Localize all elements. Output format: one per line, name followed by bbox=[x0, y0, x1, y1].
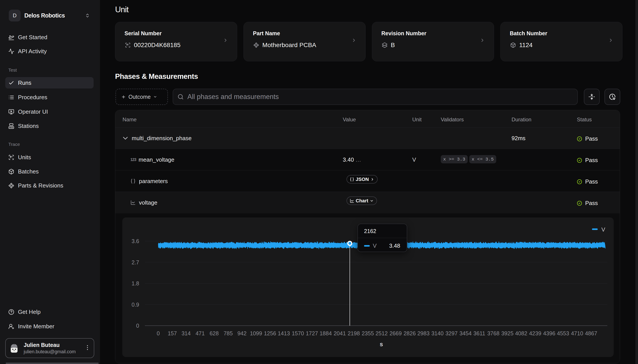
svg-text:1570: 1570 bbox=[292, 330, 304, 336]
svg-text:4710: 4710 bbox=[571, 330, 583, 336]
svg-text:4239: 4239 bbox=[529, 330, 541, 336]
svg-text:3.6: 3.6 bbox=[132, 238, 139, 244]
svg-text:0: 0 bbox=[157, 330, 160, 336]
svg-text:V: V bbox=[601, 226, 605, 233]
svg-text:3454: 3454 bbox=[459, 330, 472, 336]
svg-text:2355: 2355 bbox=[362, 330, 374, 336]
svg-text:s: s bbox=[380, 341, 383, 348]
svg-text:628: 628 bbox=[210, 330, 219, 336]
svg-text:2669: 2669 bbox=[389, 330, 402, 336]
svg-text:0.9: 0.9 bbox=[132, 302, 139, 308]
svg-text:942: 942 bbox=[237, 330, 247, 336]
svg-text:4553: 4553 bbox=[557, 330, 569, 336]
svg-text:157: 157 bbox=[168, 330, 177, 336]
svg-text:4867: 4867 bbox=[585, 330, 597, 336]
svg-text:2198: 2198 bbox=[348, 330, 360, 336]
svg-text:3611: 3611 bbox=[473, 330, 485, 336]
svg-text:2.7: 2.7 bbox=[132, 259, 139, 266]
svg-text:3768: 3768 bbox=[487, 330, 499, 336]
svg-text:785: 785 bbox=[224, 330, 233, 336]
svg-text:4396: 4396 bbox=[543, 330, 555, 336]
svg-text:1413: 1413 bbox=[278, 330, 290, 336]
svg-text:2041: 2041 bbox=[334, 330, 346, 336]
svg-text:1727: 1727 bbox=[306, 330, 318, 336]
svg-text:1884: 1884 bbox=[320, 330, 332, 336]
svg-text:1099: 1099 bbox=[250, 330, 262, 336]
svg-text:471: 471 bbox=[196, 330, 205, 336]
svg-text:2826: 2826 bbox=[403, 330, 416, 336]
svg-text:3925: 3925 bbox=[501, 330, 513, 336]
svg-text:2512: 2512 bbox=[375, 330, 388, 336]
svg-text:314: 314 bbox=[182, 330, 191, 336]
svg-text:3297: 3297 bbox=[445, 330, 458, 336]
svg-text:3140: 3140 bbox=[431, 330, 444, 336]
svg-text:4082: 4082 bbox=[515, 330, 527, 336]
svg-text:1.8: 1.8 bbox=[132, 280, 139, 286]
svg-text:0: 0 bbox=[136, 322, 139, 329]
svg-text:1256: 1256 bbox=[264, 330, 276, 336]
svg-text:2983: 2983 bbox=[417, 330, 430, 336]
